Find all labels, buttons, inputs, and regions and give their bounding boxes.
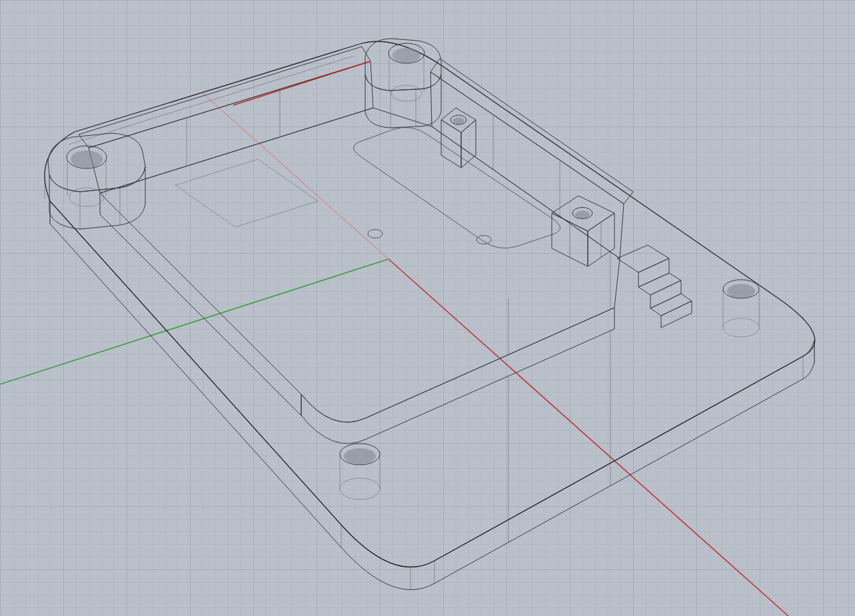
scene (0, 0, 855, 616)
hole-south-bore-shadow (344, 448, 376, 464)
cad-viewport[interactable] (0, 0, 855, 616)
hole-north-bore-shadow (393, 48, 421, 63)
block-b-hole-shadow (575, 210, 590, 218)
hole-east-bore-shadow (727, 284, 755, 298)
hole-west-bore-shadow (71, 151, 103, 168)
block-a-hole-shadow (452, 118, 464, 125)
grid-major-lines (0, 0, 855, 616)
